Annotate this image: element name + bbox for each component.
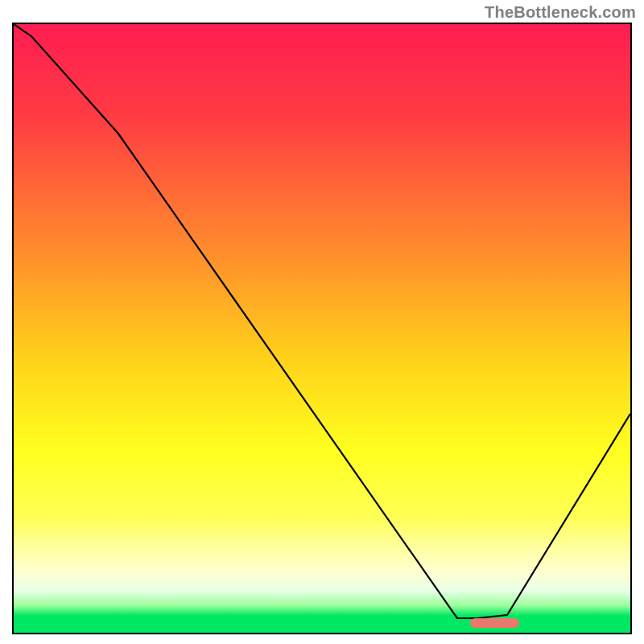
optimal-range-marker — [470, 618, 519, 628]
curve-path — [14, 24, 630, 618]
bottleneck-curve — [14, 24, 630, 633]
plot-area — [12, 23, 632, 634]
watermark-text: TheBottleneck.com — [485, 3, 636, 22]
